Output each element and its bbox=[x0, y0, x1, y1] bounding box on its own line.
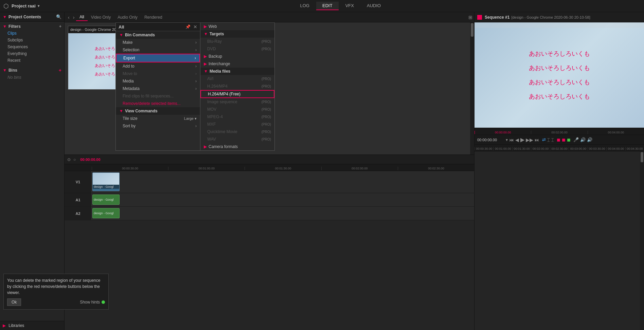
bin-commands-header: ▼ Bin Commands bbox=[116, 31, 200, 39]
tab-audio[interactable]: AUDIO bbox=[361, 2, 387, 10]
menu-item-make[interactable]: Make › bbox=[116, 39, 200, 46]
a1-clip-label: design - Googl bbox=[93, 198, 115, 202]
submenu-avi[interactable]: AVI (PRO) bbox=[200, 75, 274, 82]
submenu-dvd[interactable]: DVD (PRO) bbox=[200, 45, 274, 53]
tl-icon-lock[interactable]: ⊙ bbox=[67, 157, 71, 162]
seq-scrollbar-thumb[interactable] bbox=[641, 152, 643, 162]
track-v1-content[interactable]: design - Googl bbox=[92, 171, 474, 193]
submenu-mxf[interactable]: MXF (PRO) bbox=[200, 121, 274, 128]
submenu-image-seq[interactable]: Image sequence (PRO) bbox=[200, 98, 274, 106]
seq-ctrl-end[interactable]: ⏭ bbox=[535, 137, 539, 143]
seq-tl-m2: 00:01:30.00 bbox=[512, 147, 531, 150]
seq-ctrl-out[interactable]: ⌶ bbox=[551, 137, 554, 142]
seq-time-display: 00:00:00.00 bbox=[477, 138, 504, 142]
bins-triangle: ▼ bbox=[3, 68, 7, 73]
add-filter-icon[interactable]: + bbox=[59, 24, 61, 29]
add-bin-icon[interactable]: + bbox=[59, 68, 61, 73]
seq-jp-text-2: あおいそろしろいくも bbox=[529, 64, 590, 72]
tab-rendered[interactable]: Rendered bbox=[141, 14, 166, 21]
seq-ctrl-back[interactable]: ◀ bbox=[515, 137, 519, 143]
seq-ctrl-red2[interactable]: ◼ bbox=[562, 137, 566, 142]
web-triangle: ▶ bbox=[204, 24, 207, 29]
seq-tl-m5: 00:03:00.00 bbox=[569, 147, 587, 150]
seq-ctrl-dropdown[interactable]: ▾ bbox=[506, 138, 508, 142]
filter-subclips[interactable]: Subclips bbox=[0, 37, 64, 43]
tab-log[interactable]: LOG bbox=[294, 2, 316, 10]
menu-item-remove-delete[interactable]: Remove/delete selected items... bbox=[116, 100, 200, 107]
submenu-h264-free[interactable]: H.264/MP4 (Free) bbox=[200, 90, 274, 98]
track-a1-clip[interactable]: design - Googl bbox=[92, 195, 120, 205]
no-bins-label: No bins bbox=[0, 74, 64, 81]
pro-badge: (PRO) bbox=[262, 100, 271, 104]
seq-controls: 00:00:00.00 ▾ ⏮ ◀ ▶ ▶▶ ⏭ ⇄ ⌶ ⌶ ◼ ◼ ◼ 🎤 🔊… bbox=[475, 135, 644, 145]
seq-ctrl-red1[interactable]: ◼ bbox=[557, 137, 560, 142]
tab-video-only[interactable]: Video Only bbox=[88, 14, 114, 21]
menu-pin-icon[interactable]: 📌 bbox=[185, 24, 191, 29]
arrow-icon: › bbox=[195, 56, 196, 60]
submenu-wav[interactable]: WAV (PRO) bbox=[200, 135, 274, 143]
submenu-quicktime[interactable]: Quicktime Movie (PRO) bbox=[200, 128, 274, 135]
tab-edit[interactable]: EDIT bbox=[316, 2, 339, 10]
menu-item-sort-by[interactable]: Sort by › bbox=[116, 122, 200, 130]
forward-btn[interactable]: › bbox=[71, 14, 76, 21]
libraries-triangle: ▶ bbox=[3, 323, 6, 328]
camera-formats-item[interactable]: ▶ Camera formats bbox=[200, 143, 274, 150]
backup-item[interactable]: ▶ Backup bbox=[200, 53, 274, 60]
submenu-h264-pro[interactable]: H.264/MP4 (PRO) bbox=[200, 82, 274, 90]
project-dropdown-arrow[interactable]: ▼ bbox=[37, 4, 40, 8]
nav-tabs: LOG EDIT VFX AUDIO bbox=[294, 2, 387, 10]
menu-item-export[interactable]: Export › bbox=[116, 54, 200, 62]
bin-triangle: ▼ bbox=[119, 33, 123, 37]
submenu-bluray[interactable]: Blu-Ray (PRO) bbox=[200, 38, 274, 45]
track-a2-clip[interactable]: design - Googl bbox=[92, 208, 120, 218]
seq-ruler-m1: 00:02:00.00 bbox=[531, 131, 587, 134]
tab-all[interactable]: All bbox=[76, 14, 87, 21]
filter-everything[interactable]: Everything bbox=[0, 50, 64, 57]
pro-badge: (PRO) bbox=[262, 115, 271, 119]
menu-item-move-to[interactable]: Move to › bbox=[116, 70, 200, 77]
seq-ctrl-loop[interactable]: ⇄ bbox=[542, 137, 546, 142]
tab-vfx[interactable]: VFX bbox=[339, 2, 360, 10]
project-name: Project raai bbox=[12, 3, 36, 8]
track-a1-content[interactable]: design - Googl bbox=[92, 193, 474, 206]
track-a1: A1 design - Googl bbox=[65, 193, 474, 207]
seq-track-scrollbar-right[interactable] bbox=[640, 151, 644, 330]
grid-view-icon[interactable]: ⊞ bbox=[468, 15, 472, 20]
menu-item-selection[interactable]: Selection › bbox=[116, 46, 200, 54]
track-a1-label: A1 bbox=[65, 193, 92, 206]
clip-scrollbar-thumb[interactable] bbox=[471, 23, 473, 37]
menu-title-bar: All 📌 ✕ bbox=[116, 23, 200, 31]
web-item[interactable]: ▶ Web bbox=[200, 23, 274, 30]
seq-track-area[interactable] bbox=[475, 151, 644, 330]
seq-ctrl-mic[interactable]: 🎤 bbox=[573, 137, 579, 142]
seq-ctrl-green[interactable]: ◼ bbox=[567, 137, 571, 142]
search-icon[interactable]: 🔍 bbox=[56, 14, 61, 19]
ok-button[interactable]: Ok bbox=[7, 298, 21, 306]
filter-clips[interactable]: Clips bbox=[0, 30, 64, 37]
menu-item-find-clips[interactable]: Find clips to fill sequences... bbox=[116, 92, 200, 100]
filter-recent[interactable]: Recent bbox=[0, 57, 64, 64]
menu-item-add-to[interactable]: Add to › bbox=[116, 62, 200, 70]
clip-scrollbar[interactable] bbox=[470, 22, 474, 154]
track-v1-clip[interactable]: design - Googl bbox=[92, 172, 120, 191]
menu-item-tile-size[interactable]: Tile size Large ▾ bbox=[116, 115, 200, 122]
seq-ctrl-play[interactable]: ▶ bbox=[520, 136, 524, 143]
tl-icon-magnet[interactable]: ○ bbox=[73, 157, 76, 162]
track-a2-content[interactable]: design - Googl bbox=[92, 207, 474, 220]
seq-ctrl-start[interactable]: ⏮ bbox=[509, 137, 514, 143]
back-btn[interactable]: ‹ bbox=[66, 14, 71, 21]
interchange-item[interactable]: ▶ Interchange bbox=[200, 60, 274, 68]
show-hints-area[interactable]: Show hints bbox=[80, 300, 105, 305]
seq-ctrl-vol2[interactable]: 🔊 bbox=[587, 137, 592, 142]
submenu-mov[interactable]: MOV (PRO) bbox=[200, 106, 274, 113]
menu-item-metadata[interactable]: Metadata › bbox=[116, 85, 200, 92]
seq-ctrl-in[interactable]: ⌶ bbox=[547, 137, 550, 142]
seq-ctrl-vol1[interactable]: 🔊 bbox=[580, 137, 586, 142]
seq-ctrl-forward[interactable]: ▶▶ bbox=[526, 137, 533, 143]
menu-item-media[interactable]: Media › bbox=[116, 77, 200, 85]
filter-sequences[interactable]: Sequences bbox=[0, 43, 64, 50]
submenu-mpeg4[interactable]: MPEG-4 (PRO) bbox=[200, 113, 274, 121]
tab-audio-only[interactable]: Audio Only bbox=[114, 14, 141, 21]
main-content: ▼ Project Contents 🔍 ▼ Filters + Clips S… bbox=[0, 12, 644, 330]
menu-close-icon[interactable]: ✕ bbox=[193, 24, 197, 30]
